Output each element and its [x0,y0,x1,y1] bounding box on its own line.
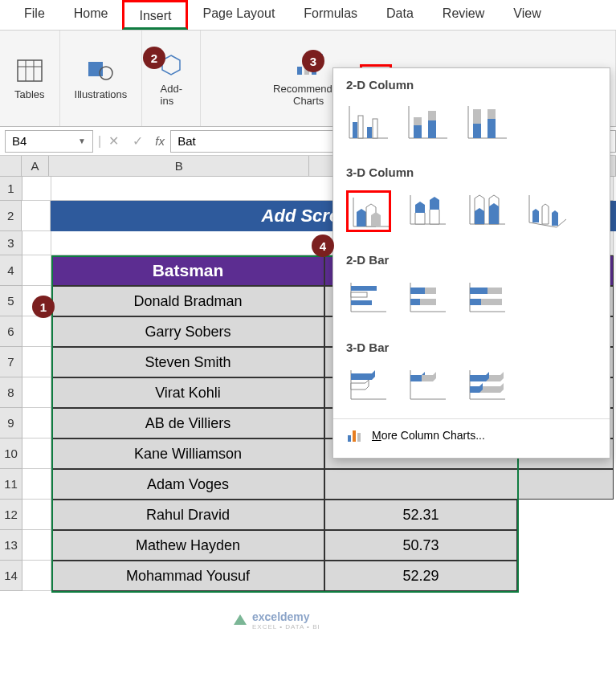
svg-marker-101 [234,614,247,625]
tab-view[interactable]: View [499,0,555,30]
cell-a1[interactable] [22,177,51,201]
callout-4: 4 [312,235,334,257]
cell-a12[interactable] [22,500,51,530]
chevron-down-icon: ▼ [78,137,86,145]
svg-marker-66 [552,210,558,226]
table-row[interactable] [324,469,614,500]
table-row[interactable]: Mathew Hayden [51,530,324,561]
cell-a11[interactable] [22,469,51,500]
table-row[interactable]: Adam Voges [51,469,324,500]
table-row[interactable]: 52.31 [324,500,517,530]
svg-rect-35 [414,117,422,125]
cell-a2[interactable] [22,201,50,231]
row-header-7[interactable]: 7 [0,347,22,377]
clustered-bar-2d[interactable] [346,278,391,320]
tab-review[interactable]: Review [428,0,499,30]
enter-icon[interactable]: ✓ [125,133,149,149]
row-header-3[interactable]: 3 [0,231,22,255]
svg-rect-69 [351,286,377,291]
row-header-12[interactable]: 12 [0,500,22,530]
svg-marker-58 [475,208,484,224]
table-row[interactable]: 50.73 [324,530,517,561]
row-header-2[interactable]: 2 [0,201,22,231]
clustered-bar-3d[interactable] [346,365,391,407]
svg-marker-97 [470,383,483,393]
cell-a9[interactable] [22,408,51,438]
row-header-1[interactable]: 1 [0,177,22,201]
row-header-8[interactable]: 8 [0,377,22,408]
stacked-column-100-2d[interactable] [465,103,510,145]
table-row[interactable]: Donald Bradman [51,286,324,316]
svg-rect-30 [367,127,372,138]
shapes-icon [86,56,115,85]
row-header-4[interactable]: 4 [0,255,22,286]
svg-rect-29 [358,116,363,138]
cell-a14[interactable] [22,561,51,591]
row-header-11[interactable]: 11 [0,469,22,500]
stacked-column-2d[interactable] [406,103,451,145]
table-row[interactable]: AB de Villiers [51,408,324,438]
col-header-a[interactable]: A [22,156,49,176]
dd-section-3d-bar: 3-D Bar [333,331,610,359]
stacked-bar-100-2d[interactable] [465,278,510,320]
svg-marker-87 [351,380,369,390]
table-row[interactable]: Kane Williamson [51,438,324,469]
cell-a13[interactable] [22,530,51,561]
table-row[interactable]: Mohammad Yousuf [51,561,324,591]
svg-rect-74 [410,288,425,294]
stacked-bar-3d[interactable] [406,365,451,407]
stacked-column-3d[interactable] [406,190,451,232]
row-header-13[interactable]: 13 [0,530,22,561]
column-3d[interactable] [524,190,569,232]
table-icon [15,56,44,85]
tab-formulas[interactable]: Formulas [289,0,372,30]
tab-insert[interactable]: Insert [122,0,188,30]
svg-marker-86 [351,370,375,380]
row-header-6[interactable]: 6 [0,316,22,347]
svg-rect-28 [353,122,357,138]
tab-file[interactable]: File [10,0,59,30]
stacked-bar-2d[interactable] [406,278,451,320]
svg-marker-65 [542,204,549,224]
svg-rect-77 [420,299,436,305]
fx-button[interactable]: fx [149,134,170,148]
table-row[interactable]: Rahul Dravid [51,500,324,530]
table-row[interactable]: Garry Sobers [51,316,324,347]
name-box[interactable]: B4 ▼ [5,130,93,153]
cell-a7[interactable] [22,347,51,377]
stacked-bar-100-3d[interactable] [465,365,510,407]
select-all-corner[interactable] [0,156,22,176]
col-header-b[interactable]: B [49,156,309,176]
callout-3: 3 [302,50,324,72]
cell-a4[interactable] [22,255,51,286]
svg-marker-52 [415,202,425,213]
cell-a3[interactable] [22,231,51,255]
cell-a8[interactable] [22,377,51,408]
cancel-icon[interactable]: ✕ [101,133,125,149]
row-header-5[interactable]: 5 [0,286,22,316]
callout-2: 2 [143,47,165,69]
illustrations-button[interactable]: Illustrations [68,53,134,104]
row-header-14[interactable]: 14 [0,561,22,591]
cell-a10[interactable] [22,438,51,469]
more-column-charts-label: More Column Charts... [372,429,485,442]
table-row[interactable]: Steven Smith [51,347,324,377]
clustered-column-3d[interactable] [346,190,391,232]
dd-section-2d-column: 2-D Column [333,68,610,96]
table-row[interactable]: 52.29 [324,561,517,591]
cell-a6[interactable] [22,316,51,347]
svg-marker-60 [489,203,499,224]
tab-page-layout[interactable]: Page Layout [188,0,289,30]
more-column-charts-link[interactable]: More Column Charts... [333,418,610,451]
tables-button[interactable]: Tables [8,53,51,104]
table-header-batsman[interactable]: Batsman [51,255,324,286]
row-header-9[interactable]: 9 [0,408,22,438]
tab-home[interactable]: Home [59,0,123,30]
svg-rect-31 [373,119,377,138]
row-header-10[interactable]: 10 [0,438,22,469]
stacked-column-100-3d[interactable] [465,190,510,232]
name-box-value: B4 [12,134,27,148]
table-row[interactable]: Virat Kohli [51,377,324,408]
clustered-column-2d[interactable] [346,103,391,145]
tab-data[interactable]: Data [372,0,428,30]
